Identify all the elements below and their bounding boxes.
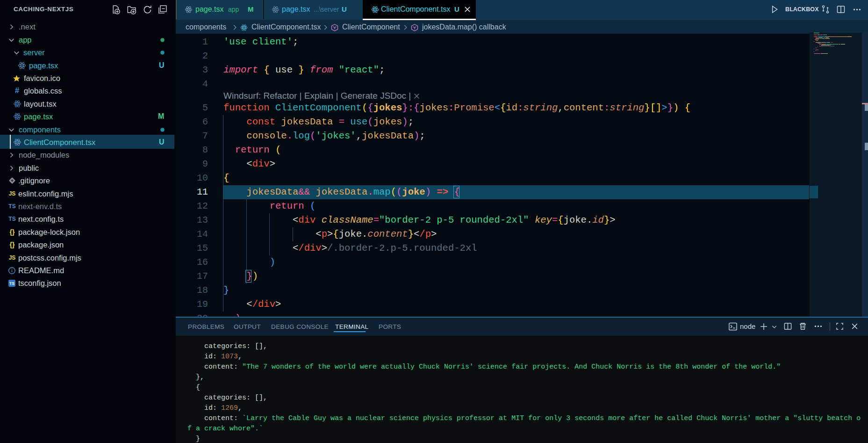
svg-text:TS: TS [9, 281, 14, 286]
